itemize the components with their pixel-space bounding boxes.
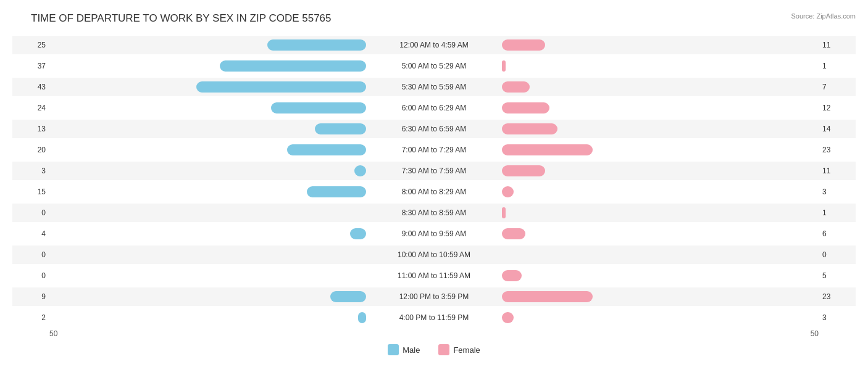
bars-center: 6:00 AM to 6:29 AM (49, 102, 819, 113)
time-label: 8:00 AM to 8:29 AM (366, 188, 502, 196)
right-value: 11 (819, 167, 856, 175)
bars-center: 12:00 PM to 3:59 PM (49, 291, 819, 302)
legend-male-box (388, 344, 399, 355)
legend-female-box (438, 344, 449, 355)
time-label: 10:00 AM to 10:59 AM (366, 250, 502, 259)
left-value: 37 (12, 62, 49, 70)
right-value: 23 (819, 292, 856, 301)
bars-center: 8:00 AM to 8:29 AM (49, 186, 819, 197)
male-bar (358, 312, 366, 323)
left-bar-wrap (156, 186, 366, 197)
female-bar (502, 123, 557, 134)
left-bar-wrap (156, 291, 366, 302)
table-row: 15 8:00 AM to 8:29 AM 3 (12, 183, 856, 201)
right-value: 1 (819, 208, 856, 217)
left-bar-wrap (156, 123, 366, 134)
left-bar-wrap (156, 144, 366, 155)
right-value: 12 (819, 104, 856, 112)
time-label: 5:30 AM to 5:59 AM (366, 83, 502, 91)
right-value: 5 (819, 271, 856, 280)
female-bar (502, 144, 593, 155)
right-bar-wrap (502, 39, 712, 51)
left-value: 25 (12, 41, 49, 49)
right-bar-wrap (502, 102, 712, 113)
chart-container: TIME OF DEPARTURE TO WORK BY SEX IN ZIP … (0, 0, 868, 367)
female-bar (502, 228, 525, 239)
right-bar-wrap (502, 60, 712, 72)
right-bar-wrap (502, 165, 712, 176)
left-value: 3 (12, 167, 49, 175)
time-label: 4:00 PM to 11:59 PM (366, 313, 502, 322)
male-bar (287, 144, 366, 155)
male-bar (330, 291, 366, 302)
table-row: 0 10:00 AM to 10:59 AM 0 (12, 245, 856, 264)
male-bar (307, 186, 366, 197)
female-bar (502, 207, 506, 218)
female-bar (502, 312, 514, 323)
bars-center: 10:00 AM to 10:59 AM (49, 249, 819, 260)
table-row: 9 12:00 PM to 3:59 PM 23 (12, 287, 856, 306)
table-row: 25 12:00 AM to 4:59 AM 11 (12, 36, 856, 54)
time-label: 5:00 AM to 5:29 AM (366, 62, 502, 70)
time-label: 6:30 AM to 6:59 AM (366, 125, 502, 133)
bars-center: 11:00 AM to 11:59 AM (49, 270, 819, 281)
left-bar-wrap (156, 60, 366, 72)
legend: Male Female (12, 344, 856, 355)
bars-center: 8:30 AM to 8:59 AM (49, 207, 819, 218)
table-row: 0 8:30 AM to 8:59 AM 1 (12, 204, 856, 222)
left-bar-wrap (156, 165, 366, 176)
left-value: 20 (12, 146, 49, 154)
left-value: 4 (12, 229, 49, 238)
table-row: 20 7:00 AM to 7:29 AM 23 (12, 141, 856, 159)
axis-left: 50 (49, 329, 57, 338)
left-value: 0 (12, 208, 49, 217)
bars-center: 4:00 PM to 11:59 PM (49, 312, 819, 323)
female-bar (502, 270, 522, 281)
right-bar-wrap (502, 249, 712, 260)
right-bar-wrap (502, 228, 712, 239)
right-value: 23 (819, 146, 856, 154)
left-value: 0 (12, 271, 49, 280)
right-value: 3 (819, 188, 856, 196)
left-value: 0 (12, 250, 49, 259)
left-value: 15 (12, 188, 49, 196)
female-bar (502, 165, 545, 176)
male-bar (354, 165, 366, 176)
legend-male-label: Male (403, 345, 420, 355)
table-row: 43 5:30 AM to 5:59 AM 7 (12, 78, 856, 96)
right-value: 1 (819, 62, 856, 70)
time-label: 6:00 AM to 6:29 AM (366, 104, 502, 112)
table-row: 3 7:30 AM to 7:59 AM 11 (12, 162, 856, 180)
male-bar (350, 228, 366, 239)
right-bar-wrap (502, 123, 712, 134)
right-bar-wrap (502, 81, 712, 93)
time-label: 12:00 PM to 3:59 PM (366, 292, 502, 301)
female-bar (502, 186, 514, 197)
right-value: 11 (819, 41, 856, 49)
left-value: 9 (12, 292, 49, 301)
female-bar (502, 39, 545, 51)
right-value: 0 (819, 250, 856, 259)
bars-center: 7:30 AM to 7:59 AM (49, 165, 819, 176)
bars-center: 12:00 AM to 4:59 AM (49, 39, 819, 51)
legend-female-label: Female (453, 345, 480, 355)
left-bar-wrap (156, 102, 366, 113)
axis-labels: 50 50 (12, 329, 856, 338)
axis-right: 50 (811, 329, 819, 338)
female-bar (502, 102, 549, 113)
left-bar-wrap (156, 207, 366, 218)
left-bar-wrap (156, 270, 366, 281)
legend-female: Female (438, 344, 480, 355)
source-label: Source: ZipAtlas.com (791, 12, 856, 20)
time-label: 9:00 AM to 9:59 AM (366, 229, 502, 238)
left-bar-wrap (156, 39, 366, 51)
table-row: 0 11:00 AM to 11:59 AM 5 (12, 266, 856, 285)
time-label: 7:30 AM to 7:59 AM (366, 167, 502, 175)
right-value: 3 (819, 313, 856, 322)
right-bar-wrap (502, 207, 712, 218)
bars-center: 9:00 AM to 9:59 AM (49, 228, 819, 239)
right-value: 7 (819, 83, 856, 91)
table-row: 24 6:00 AM to 6:29 AM 12 (12, 99, 856, 117)
bars-center: 6:30 AM to 6:59 AM (49, 123, 819, 134)
female-bar (502, 291, 593, 302)
